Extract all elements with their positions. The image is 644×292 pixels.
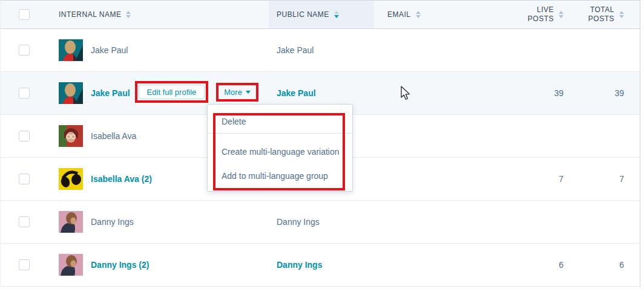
column-header-public-name[interactable]: PUBLIC NAME (269, 1, 374, 28)
author-avatar (59, 254, 83, 276)
menu-item-delete[interactable]: Delete (208, 109, 352, 134)
row-checkbox[interactable] (19, 259, 30, 270)
checkbox-cell (1, 72, 41, 114)
table-header-row: INTERNAL NAME PUBLIC NAME EMAIL LIVE POS… (1, 1, 640, 29)
internal-name: Isabella Ava (91, 131, 136, 141)
more-dropdown-menu: Delete Create multi-language variation A… (207, 104, 353, 192)
public-name: Jake Paul (277, 88, 316, 98)
edit-full-profile-button[interactable]: Edit full profile (139, 85, 205, 99)
email-cell (374, 244, 503, 286)
sort-icon[interactable] (619, 11, 624, 18)
author-avatar (59, 82, 83, 104)
more-label: More (224, 88, 242, 97)
email-cell (374, 115, 503, 157)
public-name: Jake Paul (277, 45, 314, 55)
select-all-checkbox[interactable] (19, 9, 30, 20)
internal-name[interactable]: Jake Paul (91, 88, 130, 98)
author-avatar (59, 211, 83, 233)
menu-item-add-to-multi-language-group[interactable]: Add to multi-language group (208, 164, 352, 188)
live-posts-cell (503, 115, 567, 157)
table-row: Danny Ings (2) Danny Ings 6 6 (1, 244, 640, 287)
total-posts-cell (567, 29, 627, 71)
chevron-down-icon (246, 91, 251, 94)
column-label: PUBLIC NAME (277, 10, 329, 19)
row-checkbox[interactable] (19, 88, 30, 99)
public-name: Danny Ings (277, 217, 320, 227)
public-name-cell: Danny Ings (269, 201, 374, 243)
more-dropdown-button[interactable]: More (220, 88, 254, 97)
email-cell (374, 29, 503, 71)
total-posts-value: 39 (614, 88, 624, 98)
public-name: Danny Ings (277, 260, 322, 270)
total-posts-value: 7 (619, 174, 624, 184)
total-posts-value: 6 (619, 260, 624, 270)
header-checkbox-cell (1, 1, 41, 28)
column-header-live-posts[interactable]: LIVE POSTS (503, 1, 567, 28)
total-posts-cell: 39 (567, 72, 627, 114)
row-actions: Edit full profile More (130, 81, 258, 103)
total-posts-cell (567, 115, 627, 157)
email-cell (374, 72, 503, 114)
checkbox-cell (1, 115, 41, 157)
sort-icon[interactable] (559, 11, 564, 18)
menu-item-create-multi-language-variation[interactable]: Create multi-language variation (208, 140, 352, 164)
column-header-total-posts[interactable]: TOTAL POSTS (567, 1, 627, 28)
column-header-email[interactable]: EMAIL (374, 1, 503, 28)
row-checkbox[interactable] (19, 131, 30, 141)
email-cell (374, 158, 503, 200)
table-row: Jake Paul Jake Paul (1, 29, 640, 72)
email-cell (374, 201, 503, 243)
annotation-box-edit: Edit full profile (135, 81, 209, 103)
author-avatar (59, 168, 83, 190)
column-label: LIVE POSTS (525, 5, 554, 24)
author-avatar (59, 125, 83, 147)
internal-name[interactable]: Isabella Ava (2) (91, 174, 152, 184)
live-posts-cell: 6 (503, 244, 567, 286)
sort-icon[interactable] (416, 11, 421, 18)
checkbox-cell (1, 158, 41, 200)
column-label: EMAIL (387, 10, 411, 19)
total-posts-cell (567, 201, 627, 243)
checkbox-cell (1, 244, 41, 286)
annotation-box-more: More (216, 83, 258, 102)
authors-table-page: INTERNAL NAME PUBLIC NAME EMAIL LIVE POS… (0, 0, 644, 292)
internal-name-cell: Jake Paul (41, 29, 269, 71)
checkbox-cell (1, 201, 41, 243)
row-checkbox[interactable] (19, 216, 30, 227)
total-posts-cell: 7 (567, 158, 627, 200)
internal-name[interactable]: Danny Ings (2) (91, 260, 149, 270)
live-posts-cell (503, 29, 567, 71)
live-posts-value: 7 (559, 174, 564, 184)
live-posts-value: 39 (554, 88, 564, 98)
internal-name: Jake Paul (91, 45, 128, 55)
column-label: TOTAL POSTS (588, 5, 614, 24)
row-checkbox[interactable] (19, 174, 30, 184)
table-row: Danny Ings Danny Ings (1, 201, 640, 244)
column-label: INTERNAL NAME (59, 10, 121, 19)
internal-name-cell: Danny Ings (2) (41, 244, 269, 286)
live-posts-cell: 7 (503, 158, 567, 200)
row-checkbox[interactable] (19, 45, 30, 56)
author-avatar (59, 39, 83, 61)
sort-desc-active-icon[interactable] (334, 11, 339, 18)
internal-name-cell: Danny Ings (41, 201, 269, 243)
live-posts-cell (503, 201, 567, 243)
mouse-cursor-icon (400, 86, 413, 103)
live-posts-value: 6 (559, 260, 564, 270)
internal-name: Danny Ings (91, 217, 134, 227)
checkbox-cell (1, 29, 41, 71)
public-name-cell: Danny Ings (269, 244, 374, 286)
column-header-internal-name[interactable]: INTERNAL NAME (41, 1, 269, 28)
live-posts-cell: 39 (503, 72, 567, 114)
sort-icon[interactable] (126, 11, 131, 18)
public-name-cell: Jake Paul (269, 29, 374, 71)
total-posts-cell: 6 (567, 244, 627, 286)
